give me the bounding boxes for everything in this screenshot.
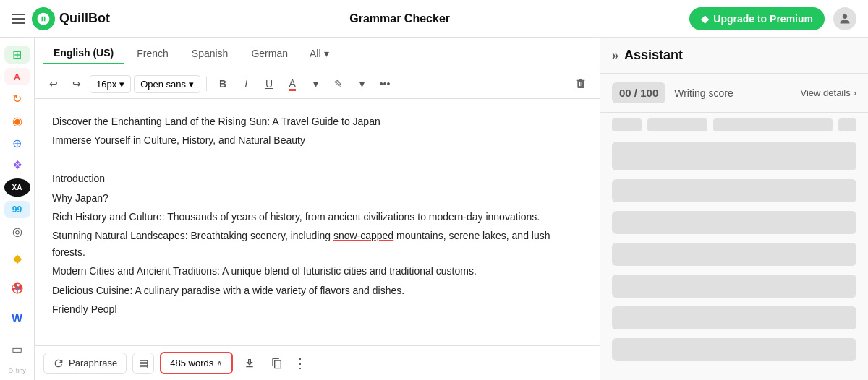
chevron-down-icon: ▾ [189,79,194,90]
skeleton-item [612,118,642,131]
skeleton-block-6 [612,306,856,329]
left-sidebar: ⊞ A ↻ ◉ ⊕ ❖ XA 99 ◎ ◆ W ▭ ⊙ tiny [0,38,35,380]
sidebar-item-paraphrase[interactable]: ↻ [4,90,30,108]
copy-button[interactable] [266,353,288,374]
menu-icon[interactable] [12,14,25,24]
underlined-word: snow-capped [333,230,393,241]
upgrade-label: Upgrade to Premium [713,13,813,25]
tab-english[interactable]: English (US) [43,43,124,64]
upgrade-button[interactable]: ◆ Upgrade to Premium [689,7,825,30]
all-languages-dropdown[interactable]: All ▾ [301,43,338,64]
font-color-button[interactable]: A [282,74,302,94]
text-line-6: Rich History and Culture: Thousands of y… [52,209,582,225]
nav-left: QuillBot [12,7,110,30]
sidebar-item-premium[interactable]: ◆ [4,245,30,271]
text-line-10: Friendly Peopl [52,301,582,317]
text-line-9: Delicious Cuisine: A culinary paradise w… [52,282,582,298]
user-avatar[interactable] [833,7,856,30]
text-line-3 [52,152,582,168]
editor-area: English (US) French Spanish German All ▾… [35,38,600,380]
text-line-5: Why Japan? [52,190,582,206]
text-line-7: Stunning Natural Landscapes: Breathtakin… [52,228,582,260]
editor-toolbar: ↩ ↪ 16px ▾ Open sans ▾ B I U A ▾ ✎ ▾ ••• [35,69,600,99]
logo-icon [32,7,55,30]
sidebar-item-plagiarism[interactable]: ◎ [4,223,30,241]
sidebar-item-desktop[interactable]: ▭ [4,336,30,362]
main-layout: ⊞ A ↻ ◉ ⊕ ❖ XA 99 ◎ ◆ W ▭ ⊙ tiny English… [0,38,868,380]
skeleton-block-7 [612,338,856,361]
expand-icon[interactable]: » [612,49,618,62]
text-line-1: Discover the Enchanting Land of the Risi… [52,113,582,129]
sidebar-item-language[interactable]: XA [4,178,30,197]
paraphrase-button[interactable]: Paraphrase [43,353,127,374]
sidebar-item-cowriter[interactable]: ❖ [4,156,30,174]
word-count-display[interactable]: 485 words ∧ [160,352,233,374]
skeleton-row-1 [600,113,868,137]
text-line-4: Introduction [52,170,582,186]
chevron-down-highlight[interactable]: ▾ [352,74,372,94]
logo[interactable]: QuillBot [32,7,110,30]
language-tabs: English (US) French Spanish German All ▾ [35,38,600,69]
tab-french[interactable]: French [127,43,179,64]
page-title: Grammar Checker [349,12,450,25]
tiny-logo: ⊙ tiny [8,367,26,374]
right-panel: » Assistant 00 / 100 Writing score View … [600,38,868,380]
diamond-icon: ◆ [701,13,709,25]
sidebar-item-summarize[interactable]: ◉ [4,112,30,130]
skeleton-block-3 [612,211,856,234]
score-section: 00 / 100 Writing score View details › [600,74,868,113]
skeleton-block-2 [612,179,856,202]
editor-content[interactable]: Discover the Enchanting Land of the Risi… [35,99,600,345]
skeleton-block-5 [612,275,856,298]
tab-spanish[interactable]: Spanish [182,43,239,64]
undo-button[interactable]: ↩ [43,74,64,94]
chevron-down-color[interactable]: ▾ [305,74,326,94]
tab-german[interactable]: German [241,43,298,64]
underline-button[interactable]: U [259,74,279,94]
skeleton-item [838,118,856,131]
skeleton-item [713,118,833,131]
format-button[interactable]: ▤ [132,353,154,374]
skeleton-block-4 [612,243,856,266]
score-badge: 00 / 100 [612,82,665,103]
download-button[interactable] [239,353,260,374]
assistant-title: Assistant [624,48,683,63]
font-size-select[interactable]: 16px ▾ [90,75,131,93]
skeleton-item [647,118,707,131]
sidebar-bottom: ◆ W ▭ ⊙ tiny [4,243,30,374]
chevron-up-icon: ∧ [216,358,223,368]
score-label: Writing score [674,87,791,99]
paraphrase-label: Paraphrase [69,358,117,368]
sidebar-item-translate[interactable]: ⊕ [4,134,30,152]
redo-button[interactable]: ↪ [67,74,87,94]
nav-right: ◆ Upgrade to Premium [689,7,856,30]
italic-button[interactable]: I [236,74,256,94]
view-details-button[interactable]: View details › [801,87,856,98]
chevron-right-icon: › [854,87,856,98]
sidebar-item-home[interactable]: ⊞ [4,46,30,64]
text-line-8: Modern Cities and Ancient Traditions: A … [52,263,582,279]
font-family-select[interactable]: Open sans ▾ [134,75,200,93]
panel-header: » Assistant [600,38,868,74]
sidebar-item-chrome[interactable] [4,275,30,301]
sidebar-item-grammar[interactable]: A [4,68,30,86]
bold-button[interactable]: B [213,74,233,94]
editor-bottom-bar: Paraphrase ▤ 485 words ∧ ⋮ [35,345,600,380]
delete-button[interactable] [571,74,591,94]
more-options-button[interactable]: ••• [375,74,395,94]
text-line-2: Immerse Yourself in Culture, History, an… [52,132,582,148]
chevron-down-icon: ▾ [119,79,124,90]
logo-text: QuillBot [59,11,110,26]
skeleton-block-1 [612,142,856,170]
word-count-text: 485 words [170,358,213,368]
chevron-down-icon: ▾ [324,48,329,59]
toolbar-divider [206,77,207,91]
top-navigation: QuillBot Grammar Checker ◆ Upgrade to Pr… [0,0,868,38]
highlight-button[interactable]: ✎ [328,74,349,94]
sidebar-item-citation[interactable]: 99 [4,201,30,219]
sidebar-item-word[interactable]: W [4,306,30,332]
more-bottom-button[interactable]: ⋮ [294,355,307,371]
